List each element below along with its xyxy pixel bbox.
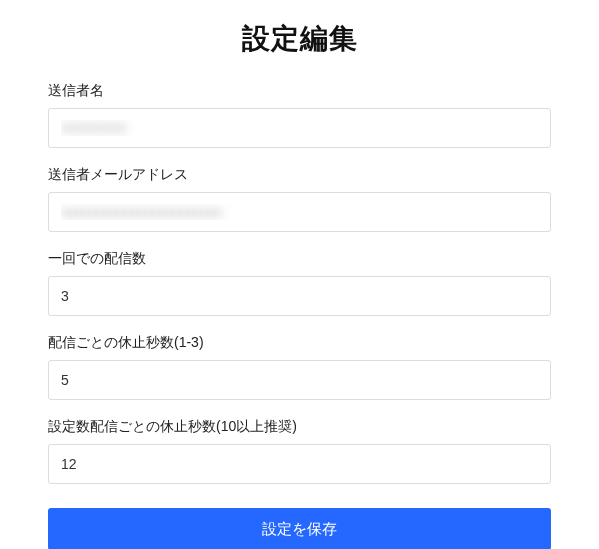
page-title: 設定編集	[48, 20, 551, 58]
settings-form-container: 設定編集 送信者名 送信者メールアドレス 一回での配信数 配信ごとの休止秒数(1…	[0, 0, 599, 549]
field-group-pause-each: 配信ごとの休止秒数(1-3)	[48, 334, 551, 400]
label-pause-each: 配信ごとの休止秒数(1-3)	[48, 334, 551, 352]
input-pause-each[interactable]	[48, 360, 551, 400]
input-batch-count[interactable]	[48, 276, 551, 316]
field-group-sender-name: 送信者名	[48, 82, 551, 148]
field-group-pause-batch: 設定数配信ごとの休止秒数(10以上推奨)	[48, 418, 551, 484]
field-group-batch-count: 一回での配信数	[48, 250, 551, 316]
label-sender-name: 送信者名	[48, 82, 551, 100]
input-sender-name[interactable]	[48, 108, 551, 148]
save-settings-button[interactable]: 設定を保存	[48, 508, 551, 549]
field-group-sender-email: 送信者メールアドレス	[48, 166, 551, 232]
input-sender-email[interactable]	[48, 192, 551, 232]
label-batch-count: 一回での配信数	[48, 250, 551, 268]
label-sender-email: 送信者メールアドレス	[48, 166, 551, 184]
label-pause-batch: 設定数配信ごとの休止秒数(10以上推奨)	[48, 418, 551, 436]
input-pause-batch[interactable]	[48, 444, 551, 484]
